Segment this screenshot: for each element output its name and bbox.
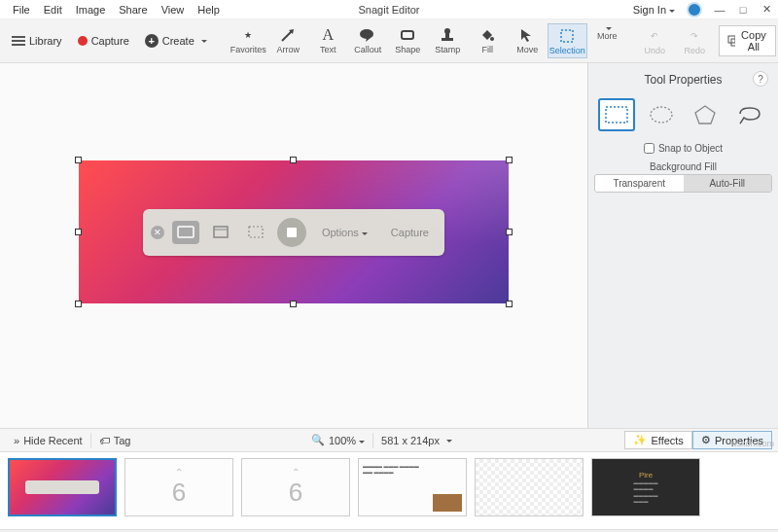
widget-screen-icon[interactable]	[172, 221, 199, 244]
toolbar: Library Capture + Create ★ Favorites Arr…	[0, 19, 778, 63]
seg-transparent[interactable]: Transparent	[595, 175, 684, 192]
widget-record-button[interactable]	[277, 218, 306, 247]
thumbnail-5[interactable]: Pire▬▬▬▬▬▬▬▬▬▬▬▬▬▬▬▬▬	[591, 458, 700, 516]
thumbnail-1[interactable]: ⌃6	[124, 458, 233, 516]
menu-edit[interactable]: Edit	[37, 2, 69, 18]
menu-help[interactable]: Help	[191, 2, 227, 18]
svg-point-2	[360, 29, 373, 39]
star-icon: ★	[238, 25, 258, 45]
close-icon[interactable]: ✕	[760, 4, 772, 16]
tool-arrow[interactable]: Arrow	[268, 23, 308, 58]
move-icon	[517, 25, 537, 45]
menu-share[interactable]: Share	[112, 2, 154, 18]
tool-selection[interactable]: Selection	[548, 23, 587, 58]
minimize-icon[interactable]: —	[714, 4, 725, 16]
hamburger-icon	[12, 40, 25, 42]
create-label: Create	[162, 35, 194, 47]
menu-view[interactable]: View	[155, 2, 192, 18]
widget-close-icon[interactable]: ✕	[151, 226, 164, 239]
plus-icon: +	[145, 34, 159, 48]
arrow-icon	[278, 25, 298, 45]
handle-tr[interactable]	[506, 157, 513, 163]
fill-icon	[477, 25, 497, 45]
text-icon: A	[318, 25, 337, 45]
handle-bc[interactable]	[290, 301, 297, 307]
record-dot-icon	[78, 36, 88, 46]
library-button[interactable]: Library	[6, 31, 68, 51]
svg-point-8	[490, 37, 494, 41]
maximize-icon[interactable]: □	[737, 4, 749, 16]
capture-widget: ✕ Options Capture	[143, 209, 444, 256]
tool-callout[interactable]: Callout	[348, 23, 388, 58]
thumbnail-tray: ⌃6 ⌃6 ▬▬▬▬ ▬▬▬ ▬▬▬▬▬▬ ▬▬▬▬ Pire▬▬▬▬▬▬▬▬▬…	[0, 451, 778, 529]
props-title: Tool Properties ?	[594, 69, 772, 90]
tray-bar: » Hide Recent 🏷 Tag 🔍 100% 581 x 214px ✨…	[0, 428, 778, 451]
tool-text[interactable]: A Text	[308, 23, 348, 58]
copy-icon	[727, 35, 736, 47]
handle-ml[interactable]	[75, 229, 82, 235]
canvas-area[interactable]: ✕ Options Capture	[0, 63, 587, 428]
svg-marker-9	[521, 29, 531, 42]
properties-panel: Tool Properties ? Snap to Object Backgro…	[587, 63, 778, 428]
handle-bl[interactable]	[75, 301, 82, 307]
thumbnail-2[interactable]: ⌃6	[241, 458, 350, 516]
svg-line-0	[282, 31, 292, 41]
undo-button[interactable]: ↶ Undo	[635, 24, 675, 57]
handle-tc[interactable]	[290, 157, 297, 163]
handle-mr[interactable]	[506, 229, 513, 235]
create-button[interactable]: + Create	[139, 30, 213, 52]
bgfill-segment[interactable]: Transparent Auto-Fill	[594, 174, 772, 193]
widget-options[interactable]: Options	[314, 227, 375, 238]
svg-rect-13	[178, 227, 194, 237]
callout-icon	[358, 25, 377, 45]
tool-shape[interactable]: Shape	[388, 23, 428, 58]
chevron-double-down-icon: »	[14, 435, 19, 446]
menu-file[interactable]: File	[6, 2, 37, 18]
snap-checkbox[interactable]	[644, 143, 654, 154]
redo-button[interactable]: ↷ Redo	[675, 24, 715, 57]
widget-capture[interactable]: Capture	[383, 227, 437, 238]
thumbnail-4[interactable]	[475, 458, 584, 516]
zoom-icon: 🔍	[311, 434, 325, 446]
shape-lasso[interactable]	[731, 98, 768, 131]
tag-icon: 🏷	[99, 435, 110, 446]
svg-rect-10	[561, 30, 573, 42]
thumbnail-0[interactable]	[8, 458, 117, 516]
svg-rect-14	[214, 227, 228, 237]
svg-point-7	[444, 28, 450, 34]
effects-button[interactable]: ✨ Effects	[624, 431, 691, 449]
tool-stamp[interactable]: Stamp	[428, 23, 468, 58]
tool-move[interactable]: Move	[508, 23, 548, 58]
handle-tl[interactable]	[75, 157, 82, 163]
svg-rect-5	[442, 38, 453, 41]
handle-br[interactable]	[506, 301, 513, 307]
tag-button[interactable]: 🏷 Tag	[91, 435, 139, 446]
copy-all-button[interactable]: Copy All	[719, 25, 777, 56]
svg-rect-17	[606, 107, 627, 123]
canvas-image[interactable]: ✕ Options Capture	[79, 160, 509, 303]
sign-in-link[interactable]: Sign In	[633, 4, 675, 16]
shape-icon	[398, 25, 417, 45]
gear-icon: ⚙	[701, 434, 711, 446]
shape-polygon[interactable]	[688, 98, 725, 131]
svg-rect-4	[402, 31, 413, 39]
shape-ellipse[interactable]	[643, 98, 680, 131]
shape-rectangle[interactable]	[598, 98, 635, 131]
widget-window-icon[interactable]	[207, 221, 234, 244]
user-avatar-icon[interactable]	[687, 2, 702, 18]
capture-button[interactable]: Capture	[72, 31, 135, 51]
dimensions-display[interactable]: 581 x 214px	[373, 435, 460, 446]
seg-autofill[interactable]: Auto-Fill	[684, 175, 772, 192]
redo-icon: ↷	[685, 26, 704, 46]
widget-region-icon[interactable]	[242, 221, 269, 244]
tool-more[interactable]: More	[587, 23, 627, 58]
menu-image[interactable]: Image	[69, 2, 113, 18]
bgfill-label: Background Fill	[594, 158, 772, 174]
tool-favorites[interactable]: ★ Favorites	[229, 23, 268, 58]
tool-fill[interactable]: Fill	[468, 23, 508, 58]
hide-recent-button[interactable]: » Hide Recent	[6, 435, 90, 446]
zoom-control[interactable]: 🔍 100%	[303, 434, 372, 446]
thumbnail-3[interactable]: ▬▬▬▬ ▬▬▬ ▬▬▬▬▬▬ ▬▬▬▬	[358, 458, 467, 516]
help-icon[interactable]: ?	[753, 71, 768, 87]
capture-label: Capture	[91, 35, 129, 47]
